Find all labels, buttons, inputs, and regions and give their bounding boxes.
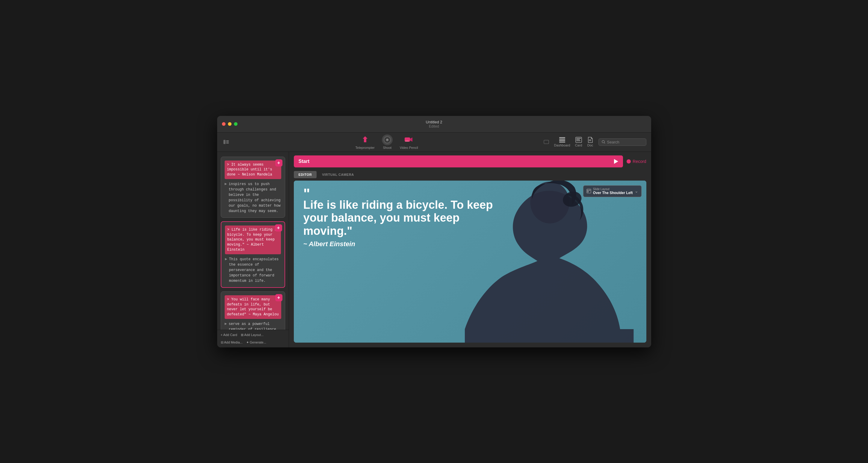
toolbar-left <box>222 138 230 145</box>
tab-virtual-camera[interactable]: VIRTUAL CAMERA <box>317 171 359 178</box>
svg-marker-9 <box>410 137 412 142</box>
svg-point-22 <box>602 141 604 143</box>
dashboard-icon <box>559 137 565 143</box>
tab-editor-label: EDITOR <box>299 173 312 176</box>
minimize-button[interactable] <box>228 122 231 126</box>
window-subtitle: Edited <box>429 124 439 128</box>
slide-layout-text: Slide Layout Over The Shoulder Left <box>593 187 633 195</box>
start-button-label: Start <box>299 159 309 164</box>
svg-rect-18 <box>576 139 580 140</box>
quote-text-block: " Life is like riding a bicycle. To keep… <box>303 187 497 248</box>
record-label: Record <box>632 159 646 164</box>
svg-rect-12 <box>559 137 565 138</box>
svg-rect-21 <box>589 141 591 141</box>
svg-line-23 <box>604 143 605 144</box>
toolbar-center: Teleprompter Shoot <box>233 134 541 149</box>
tab-editor[interactable]: EDITOR <box>294 171 317 178</box>
search-box[interactable]: Search <box>598 138 646 146</box>
generate-label: ✦ Generate... <box>246 341 266 344</box>
svg-rect-2 <box>226 142 229 142</box>
main-header: Start Record <box>289 152 651 171</box>
svg-rect-14 <box>559 140 565 141</box>
window-title: Untitled 2 <box>426 120 442 124</box>
toolbar-separator-icon <box>543 139 549 145</box>
svg-rect-17 <box>576 138 581 138</box>
sidebar-cards: + > It always seems impossible until it'… <box>217 152 289 330</box>
video-pencil-icon <box>403 134 414 145</box>
add-layout-label: ⊞ Add Layout... <box>241 333 264 337</box>
card-item-3[interactable]: + > You will face many defeats in life, … <box>221 291 285 330</box>
card-body-row-3: ▶ serve as a powerful reminder of resili… <box>225 321 281 330</box>
toolbar-shoot[interactable]: Shoot <box>382 134 393 149</box>
card-quote-3: > You will face many defeats in life, bu… <box>225 295 281 319</box>
toolbar-card[interactable]: Card <box>575 137 582 147</box>
toolbar-right: Dashboard Card Doc <box>543 137 646 147</box>
svg-rect-13 <box>559 138 565 140</box>
main-toolbar: Teleprompter Shoot <box>217 133 651 152</box>
svg-rect-28 <box>589 190 590 191</box>
card-play-icon-2: ▶ <box>225 257 227 260</box>
slide-layout-icon <box>586 189 591 193</box>
toolbar-dashboard[interactable]: Dashboard <box>554 137 570 147</box>
svg-rect-11 <box>544 140 549 144</box>
teleprompter-icon <box>360 134 371 145</box>
card-item-1[interactable]: + > It always seems impossible until it'… <box>221 157 285 218</box>
doc-icon <box>587 137 594 143</box>
toolbar-doc[interactable]: Doc <box>587 137 594 147</box>
toolbar-video-pencil[interactable]: Video Pencil <box>400 134 418 149</box>
card-plus-button-3[interactable]: + <box>275 294 282 301</box>
title-center: Untitled 2 Edited <box>426 120 442 128</box>
shoot-label: Shoot <box>383 146 392 149</box>
record-button[interactable]: Record <box>627 159 646 164</box>
add-layout-button[interactable]: ⊞ Add Layout... <box>241 333 264 337</box>
start-button[interactable]: Start <box>294 155 623 167</box>
sidebar-toggle-button[interactable] <box>222 138 230 145</box>
doc-label: Doc <box>587 144 593 147</box>
svg-rect-3 <box>226 143 229 144</box>
video-pencil-label: Video Pencil <box>400 146 418 149</box>
maximize-button[interactable] <box>234 122 238 126</box>
card-plus-button-1[interactable]: + <box>275 159 282 166</box>
generate-button[interactable]: ✦ Generate... <box>246 341 266 344</box>
add-media-label: ⊟ Add Media... <box>221 341 243 344</box>
card-play-icon-1: ▶ <box>225 182 227 185</box>
slide-layout-bottom-label: Over The Shoulder Left <box>593 191 633 195</box>
add-media-button[interactable]: ⊟ Add Media... <box>221 341 243 344</box>
card-body-row-2: ▶ This quote encapsulates the essence of… <box>225 257 281 284</box>
slide-layout-button[interactable]: Slide Layout Over The Shoulder Left ⌄ <box>583 185 642 197</box>
teleprompter-label: Teleprompter <box>355 146 375 149</box>
shoot-icon <box>382 134 393 145</box>
card-icon <box>576 137 582 143</box>
preview-area: " Life is like riding a bicycle. To keep… <box>294 181 646 343</box>
tab-virtual-camera-label: VIRTUAL CAMERA <box>322 173 354 176</box>
add-card-label: + Add Card <box>221 333 237 337</box>
card-item-2[interactable]: + > Life is like riding a bicycle. To ke… <box>221 221 285 288</box>
card-plus-button-2[interactable]: + <box>275 224 282 232</box>
slide-layout-top-label: Slide Layout <box>593 187 633 191</box>
svg-rect-27 <box>587 190 589 192</box>
svg-rect-19 <box>576 141 581 141</box>
tabs-row: EDITOR VIRTUAL CAMERA <box>289 171 651 178</box>
toolbar-teleprompter[interactable]: Teleprompter <box>355 134 375 149</box>
card-quote-2: > Life is like riding a bicycle. To keep… <box>225 225 281 254</box>
add-card-button[interactable]: + Add Card <box>221 333 237 337</box>
chevron-down-icon: ⌄ <box>635 189 638 193</box>
sidebar-bottom: + Add Card ⊞ Add Layout... ⊟ Add Media..… <box>217 330 289 347</box>
search-placeholder: Search <box>607 140 619 144</box>
svg-point-7 <box>387 139 388 141</box>
main-window: Untitled 2 Edited <box>217 116 651 347</box>
titlebar: Untitled 2 Edited <box>217 116 651 133</box>
card-body-row-1: ▶ inspires us to push through challenges… <box>225 182 281 214</box>
window-controls <box>222 122 238 126</box>
quote-author-text: ~ Albert Einstein <box>303 240 497 248</box>
preview-content: " Life is like riding a bicycle. To keep… <box>294 181 646 343</box>
card-label: Card <box>575 144 582 147</box>
card-quote-1: > It always seems impossible until it's … <box>225 160 281 179</box>
sidebar: + > It always seems impossible until it'… <box>217 152 289 347</box>
record-dot-icon <box>627 159 631 163</box>
close-button[interactable] <box>222 122 225 126</box>
card-body-text-1: inspires us to push through challenges a… <box>229 182 281 214</box>
quote-main-text: Life is like riding a bicycle. To keep y… <box>303 198 497 238</box>
svg-rect-1 <box>226 141 229 141</box>
search-icon <box>602 140 605 144</box>
